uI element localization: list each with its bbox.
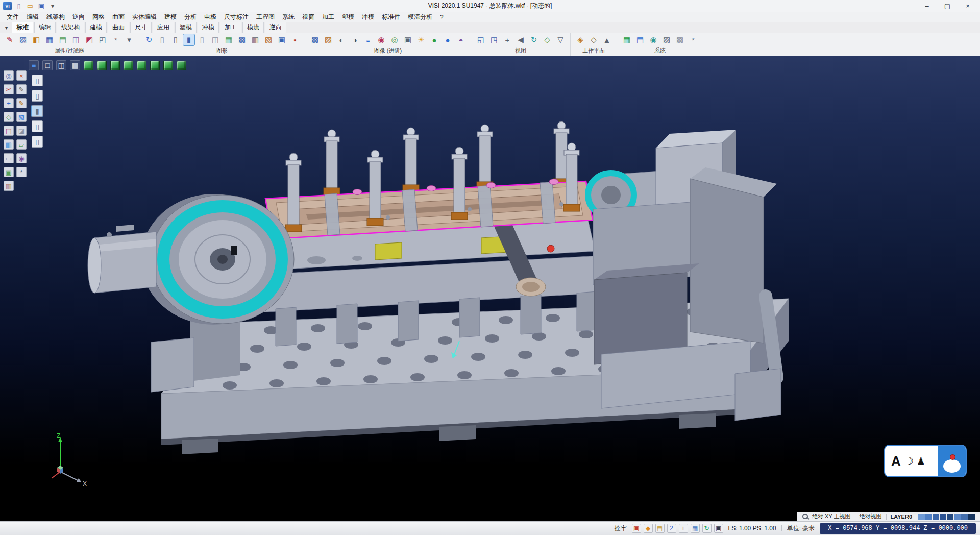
body-state-icon-4[interactable]: ▯	[32, 120, 43, 132]
menu-machining[interactable]: 加工	[318, 12, 338, 22]
menu-edit[interactable]: 编辑	[23, 12, 42, 22]
tab-modeling[interactable]: 建模	[85, 22, 107, 33]
layer-color-swatch[interactable]	[968, 514, 975, 520]
menu-moldflow[interactable]: 模流分析	[404, 12, 436, 22]
body-state-icon-2[interactable]: ▯	[32, 90, 43, 102]
filter-settings-icon[interactable]: *	[110, 34, 121, 45]
close-button[interactable]: ×	[958, 0, 978, 12]
tab-edit[interactable]: 编辑	[34, 22, 56, 33]
menu-modeling[interactable]: 建模	[161, 12, 180, 22]
attributes-icon[interactable]: ✎	[4, 34, 15, 45]
workplane-icon[interactable]: ◈	[575, 34, 586, 45]
texture-icon[interactable]: ▨	[323, 34, 334, 45]
minimize-button[interactable]: –	[917, 0, 937, 12]
view-normal-icon[interactable]: ◇	[542, 34, 553, 45]
export-icon[interactable]: ▦	[4, 181, 14, 191]
book-icon[interactable]: ▧	[16, 112, 27, 122]
stats-icon[interactable]: ▪	[289, 34, 301, 45]
tab-machining[interactable]: 加工	[220, 22, 241, 33]
zoom-select-icon[interactable]: ◎	[4, 70, 14, 81]
zoom-window-icon[interactable]: ◳	[488, 34, 500, 45]
body-state-icon-3[interactable]: ▮	[32, 105, 43, 117]
tab-die[interactable]: 冲模	[198, 22, 219, 33]
mesh-display-icon[interactable]: ▦	[223, 34, 234, 45]
layer-filter-icon[interactable]: ▤	[57, 34, 68, 45]
light-icon[interactable]: ☀	[415, 34, 427, 45]
menu-dimension[interactable]: 尺寸标注	[220, 12, 252, 22]
camera-icon[interactable]: ▣	[402, 34, 413, 45]
body-state-icon-5[interactable]: ▯	[32, 136, 43, 148]
origin-snap-icon[interactable]: +	[4, 98, 14, 108]
snap-lock-label[interactable]: 拴牢	[615, 524, 627, 533]
section-view-icon[interactable]: ◫	[210, 34, 221, 45]
layer-color-swatch[interactable]	[925, 514, 932, 520]
tab-wireframe[interactable]: 线架构	[57, 22, 84, 33]
open-file-icon[interactable]: ▭	[25, 1, 35, 11]
flame-icon[interactable]: ◆	[644, 524, 653, 533]
view-right-icon[interactable]	[150, 61, 160, 70]
quick-access-caret[interactable]: ▾	[47, 1, 58, 11]
options-icon[interactable]: *	[688, 34, 699, 45]
dynamic-move-icon[interactable]: ◇	[4, 112, 14, 122]
body-state-icon-1[interactable]: ▯	[32, 75, 43, 86]
menu-solid-edit[interactable]: 实体编辑	[129, 12, 160, 22]
tab-mold[interactable]: 塑模	[175, 22, 197, 33]
shadow-icon[interactable]: ◑	[349, 34, 360, 45]
selection-filter-icon[interactable]: ◫	[70, 34, 82, 45]
menu-analysis[interactable]: 分析	[181, 12, 200, 22]
shaded-mode-icon[interactable]: ▮	[183, 34, 194, 45]
view-iso-saved-icon[interactable]	[177, 61, 186, 70]
maximize-button[interactable]: ▢	[937, 0, 958, 12]
workplane-align-icon[interactable]: ◇	[588, 34, 599, 45]
info-icon[interactable]: 2	[667, 524, 676, 533]
view-back-icon[interactable]	[124, 61, 133, 70]
menu-system[interactable]: 系统	[279, 12, 298, 22]
measure-icon[interactable]: ▭	[4, 153, 14, 163]
tab-standard[interactable]: 标准	[12, 22, 33, 33]
refresh-icon[interactable]: ↻	[702, 524, 712, 533]
globe-icon[interactable]: ◉	[648, 34, 659, 45]
layer-color-swatch[interactable]	[918, 514, 925, 520]
zoom-all-icon[interactable]: ◱	[475, 34, 486, 45]
search-icon[interactable]	[802, 514, 808, 519]
image-quality-icon[interactable]: ▩	[309, 34, 321, 45]
absolute-view-label[interactable]: 绝对视图	[860, 513, 882, 520]
material-icon[interactable]: ◉	[376, 34, 387, 45]
window-split-icon[interactable]: ◫	[56, 60, 66, 70]
layer-color-swatch[interactable]	[940, 514, 946, 520]
delete-icon[interactable]: ×	[16, 70, 27, 81]
layer-box-icon[interactable]: ▤	[4, 126, 14, 136]
hatch-display-icon[interactable]: ▧	[263, 34, 274, 45]
layer-manager-icon[interactable]: ▤	[634, 34, 646, 45]
tab-application[interactable]: 应用	[153, 22, 174, 33]
attribute-brush-icon[interactable]: ▨	[17, 34, 29, 45]
view-bottom-icon[interactable]	[163, 61, 173, 70]
saved-views-icon[interactable]: ▽	[555, 34, 566, 45]
menu-drawing[interactable]: 工程图	[253, 12, 278, 22]
grid-display-icon[interactable]: ▩	[236, 34, 248, 45]
palette-icon[interactable]: ◉	[16, 153, 27, 163]
ruler-icon[interactable]: ▱	[16, 139, 27, 150]
tool-icon[interactable]: +	[679, 524, 688, 533]
view-left-icon[interactable]	[137, 61, 146, 70]
wireframe-mode-icon[interactable]: ▯	[157, 34, 168, 45]
view-top-icon[interactable]	[97, 61, 107, 70]
view-front-icon[interactable]	[110, 61, 120, 70]
table-icon[interactable]: ▣	[276, 34, 287, 45]
hatch-settings-icon[interactable]: ▨	[661, 34, 672, 45]
menu-die[interactable]: 冲模	[358, 12, 378, 22]
group-overflow-caret[interactable]: ▾	[124, 34, 135, 45]
grid-settings-icon[interactable]: ▩	[674, 34, 685, 45]
layer-color-swatch[interactable]	[961, 514, 968, 520]
notebook-icon[interactable]: ▥	[4, 139, 14, 150]
3d-viewport[interactable]: ≡□◫▦ ◎✂+◇▤▥▭▣▦ ×✎✎▧◪▱◉* ▯▯▮▯▯ Z X A ☽ ♟	[0, 56, 980, 521]
screen-icon[interactable]: ▣	[714, 524, 723, 533]
eraser-icon[interactable]: ◪	[16, 126, 27, 136]
view-axonometric-icon[interactable]	[84, 61, 93, 70]
mini-palette-icon[interactable]: ▦	[691, 524, 700, 533]
save-icon[interactable]: ▣	[36, 1, 46, 11]
workplane-settings-icon[interactable]: ▲	[601, 34, 612, 45]
tab-dimension[interactable]: 尺寸	[130, 22, 152, 33]
menu-file[interactable]: 文件	[3, 12, 22, 22]
hidden-line-mode-icon[interactable]: ▯	[170, 34, 181, 45]
